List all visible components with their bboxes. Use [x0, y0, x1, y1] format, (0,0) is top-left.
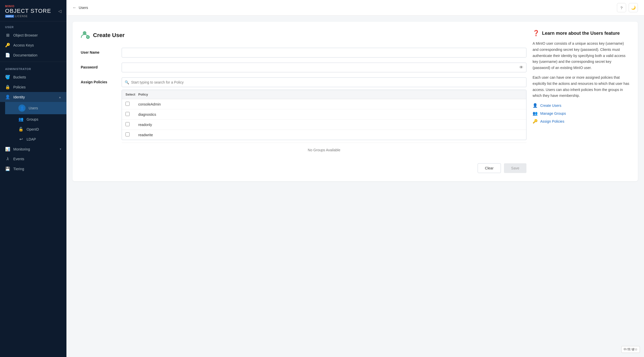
policy-name-consoleadmin: consoleAdmin — [138, 102, 523, 106]
password-input[interactable] — [122, 63, 526, 72]
eye-icon[interactable]: 👁 — [519, 65, 523, 70]
clear-button[interactable]: Clear — [478, 163, 501, 173]
info-title: ❓ Learn more about the Users feature — [533, 30, 630, 37]
no-groups-message: No Groups Available — [122, 143, 526, 157]
policy-checkbox-readonly[interactable] — [125, 122, 130, 126]
sidebar-item-label: Access Keys — [13, 43, 61, 47]
sidebar-item-users[interactable]: 👤 Users — [5, 102, 66, 114]
form-actions: Clear Save — [81, 163, 526, 173]
policy-name-readwrite: readwrite — [138, 133, 523, 137]
user-plus-icon: + — [81, 30, 90, 39]
topbar-actions: ? 🌙 — [617, 3, 638, 12]
sidebar-item-openid[interactable]: 🔓 OpenID — [5, 124, 66, 134]
info-paragraph-1: A MinIO user consists of a unique access… — [533, 41, 630, 71]
back-button[interactable]: ← — [73, 5, 77, 10]
sidebar-header: MINIO OBJECT STORE AGPLV LICENSE ◁ — [0, 0, 66, 21]
topbar: ← Users ? 🌙 — [66, 0, 644, 16]
info-icon: ❓ — [533, 30, 539, 37]
policy-table: Select Policy consoleAdmin — [122, 90, 526, 140]
sidebar-item-label: Tiering — [13, 167, 61, 171]
sidebar-item-label: Object Browser — [13, 33, 61, 37]
license-text: LICENSE — [15, 15, 28, 18]
user-section-label: User — [0, 21, 66, 30]
info-link-create-users[interactable]: 👤 Create Users — [533, 103, 630, 108]
password-label: Password — [81, 63, 122, 69]
grid-icon: ⊞ — [5, 33, 10, 38]
sidebar-item-access-keys[interactable]: 🔑 Access Keys — [0, 40, 66, 50]
policy-check-cell — [125, 122, 138, 127]
sidebar: MINIO OBJECT STORE AGPLV LICENSE ◁ User … — [0, 0, 66, 357]
sidebar-item-label: Documentation — [13, 53, 61, 57]
sidebar-item-monitoring[interactable]: 📊 Monitoring ▾ — [0, 144, 66, 154]
ldap-icon: ↩ — [18, 137, 24, 142]
groups-icon: 👥 — [18, 117, 24, 122]
form-title-text: Create User — [93, 32, 125, 39]
tiering-icon: 💾 — [5, 166, 10, 171]
policy-check-cell — [125, 102, 138, 107]
sidebar-item-label: Identity — [13, 95, 55, 99]
info-link-manage-groups[interactable]: 👥 Manage Groups — [533, 111, 630, 116]
info-paragraph-2: Each user can have one or more assigned … — [533, 75, 630, 99]
sidebar-item-object-browser[interactable]: ⊞ Object Browser — [0, 30, 66, 40]
monitoring-icon: 📊 — [5, 147, 10, 152]
password-control: 👁 — [122, 63, 526, 72]
identity-submenu: 👤 Users 👥 Groups 🔓 OpenID ↩ LDAP — [0, 102, 66, 144]
policy-table-header: Select Policy — [122, 90, 526, 99]
assign-policies-label: Assign Policies — [81, 77, 122, 84]
policy-search-input[interactable] — [122, 77, 526, 87]
bucket-icon: 🪣 — [5, 75, 10, 79]
info-panel: ❓ Learn more about the Users feature A M… — [533, 30, 630, 173]
sidebar-item-tiering[interactable]: 💾 Tiering — [0, 164, 66, 174]
sidebar-item-buckets[interactable]: 🪣 Buckets — [0, 72, 66, 82]
info-link-label: Create Users — [540, 103, 561, 108]
keyboard-badge: 中/简 键☆ — [621, 346, 640, 353]
col-select-header: Select — [125, 93, 138, 96]
chevron-up-icon: ▲ — [59, 96, 61, 99]
sidebar-item-events[interactable]: λ Events — [0, 154, 66, 164]
policy-checkbox-consoleadmin[interactable] — [125, 102, 130, 106]
password-field-row: Password 👁 — [81, 63, 526, 72]
info-link-label: Manage Groups — [540, 111, 566, 116]
user-icon: 👤 — [533, 103, 538, 108]
sidebar-item-ldap[interactable]: ↩ LDAP — [5, 134, 66, 144]
help-button[interactable]: ? — [617, 3, 626, 12]
form-title-icon: + — [81, 30, 90, 41]
theme-toggle-button[interactable]: 🌙 — [629, 3, 638, 12]
col-policy-header: Policy — [138, 93, 523, 96]
sidebar-item-label: Monitoring — [13, 147, 57, 151]
policy-row: readwrite — [122, 130, 526, 140]
sidebar-item-groups[interactable]: 👥 Groups — [5, 114, 66, 124]
lock-icon: 🔒 — [5, 85, 10, 89]
sidebar-item-documentation[interactable]: 📄 Documentation — [0, 50, 66, 60]
policy-search-wrapper: 🔍 — [122, 77, 526, 87]
keyboard-badge-text: 中/简 键☆ — [624, 347, 638, 352]
user-circle-icon: 👤 — [18, 105, 26, 112]
content-inner: + Create User User Name Password — [73, 22, 638, 181]
logo-badge: AGPLV LICENSE — [5, 15, 51, 18]
sidebar-item-identity[interactable]: 👤 Identity ▲ — [0, 92, 66, 102]
logo-brand: MINIO — [5, 5, 51, 8]
user-icon: 👤 — [20, 106, 24, 110]
policy-name-diagnostics: diagnostics — [138, 112, 523, 117]
chevron-down-icon: ▾ — [60, 147, 61, 151]
lambda-icon: λ — [5, 157, 10, 161]
sidebar-item-label: Events — [13, 157, 61, 161]
info-link-assign-policies[interactable]: 🔑 Assign Policies — [533, 119, 630, 124]
groups-icon: 👥 — [533, 111, 538, 116]
form-title: + Create User — [81, 30, 526, 41]
sidebar-item-label: Policies — [13, 85, 61, 89]
admin-section-label: Administrator — [0, 63, 66, 72]
sidebar-collapse-button[interactable]: ◁ — [58, 9, 61, 14]
sidebar-item-label: Groups — [27, 117, 61, 121]
policy-check-cell — [125, 112, 138, 117]
sidebar-item-policies[interactable]: 🔒 Policies — [0, 82, 66, 92]
sidebar-item-label: LDAP — [27, 137, 61, 141]
username-input[interactable] — [122, 48, 526, 57]
info-title-text: Learn more about the Users feature — [542, 31, 620, 36]
breadcrumb: ← Users — [73, 5, 88, 10]
logo-container: MINIO OBJECT STORE AGPLV LICENSE — [5, 5, 51, 18]
policy-checkbox-diagnostics[interactable] — [125, 112, 130, 116]
password-wrapper: 👁 — [122, 63, 526, 72]
policy-checkbox-readwrite[interactable] — [125, 132, 130, 136]
save-button[interactable]: Save — [504, 163, 526, 173]
